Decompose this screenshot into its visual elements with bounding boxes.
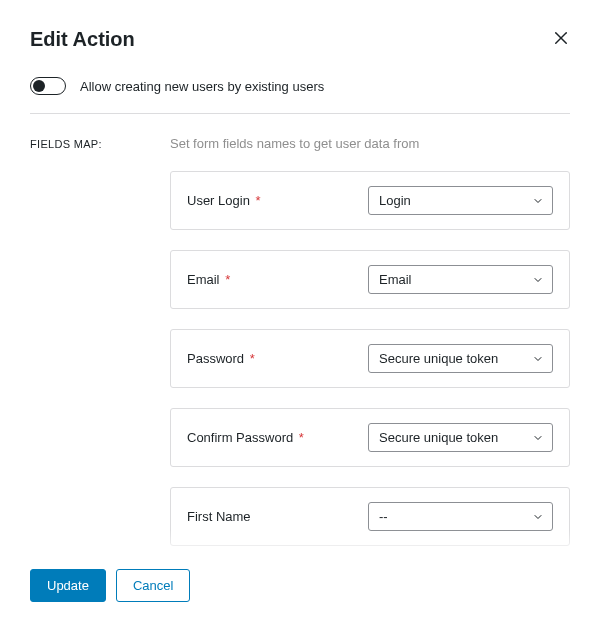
chevron-down-icon: [532, 432, 544, 444]
toggle-knob: [33, 80, 45, 92]
fields-map-section: FIELDS MAP: Set form fields names to get…: [0, 114, 600, 171]
field-label: First Name: [187, 509, 251, 524]
edit-action-modal: Edit Action Allow creating new users by …: [0, 0, 600, 628]
field-select[interactable]: --: [368, 502, 553, 531]
fields-container: User Login *LoginEmail *EmailPassword *S…: [0, 171, 570, 581]
field-select[interactable]: Secure unique token: [368, 344, 553, 373]
modal-header: Edit Action: [0, 0, 600, 69]
update-button[interactable]: Update: [30, 569, 106, 602]
field-select-value: Secure unique token: [379, 430, 498, 445]
allow-creating-toggle[interactable]: [30, 77, 66, 95]
field-select[interactable]: Login: [368, 186, 553, 215]
field-select-value: Login: [379, 193, 411, 208]
field-row: Email *Email: [170, 250, 570, 309]
field-label: Password *: [187, 351, 255, 366]
field-label: User Login *: [187, 193, 261, 208]
chevron-down-icon: [532, 353, 544, 365]
required-asterisk: *: [295, 430, 304, 445]
allow-creating-toggle-row: Allow creating new users by existing use…: [0, 69, 600, 113]
fields-scroll-area[interactable]: User Login *LoginEmail *EmailPassword *S…: [0, 171, 600, 581]
field-select[interactable]: Secure unique token: [368, 423, 553, 452]
close-button[interactable]: [552, 29, 570, 50]
required-asterisk: *: [252, 193, 261, 208]
required-asterisk: *: [246, 351, 255, 366]
field-select[interactable]: Email: [368, 265, 553, 294]
cancel-button[interactable]: Cancel: [116, 569, 190, 602]
chevron-down-icon: [532, 274, 544, 286]
required-asterisk: *: [222, 272, 231, 287]
field-label: Confirm Password *: [187, 430, 304, 445]
allow-creating-toggle-label: Allow creating new users by existing use…: [80, 79, 324, 94]
field-row: Password *Secure unique token: [170, 329, 570, 388]
fields-map-description: Set form fields names to get user data f…: [170, 136, 570, 151]
field-select-value: Secure unique token: [379, 351, 498, 366]
field-select-value: --: [379, 509, 388, 524]
field-row: Confirm Password *Secure unique token: [170, 408, 570, 467]
field-select-value: Email: [379, 272, 412, 287]
field-label: Email *: [187, 272, 230, 287]
chevron-down-icon: [532, 195, 544, 207]
modal-title: Edit Action: [30, 28, 135, 51]
chevron-down-icon: [532, 511, 544, 523]
field-row: User Login *Login: [170, 171, 570, 230]
fields-map-section-label: FIELDS MAP:: [30, 136, 170, 171]
field-row: First Name--: [170, 487, 570, 546]
modal-footer: Update Cancel: [0, 553, 600, 628]
close-icon: [552, 29, 570, 50]
